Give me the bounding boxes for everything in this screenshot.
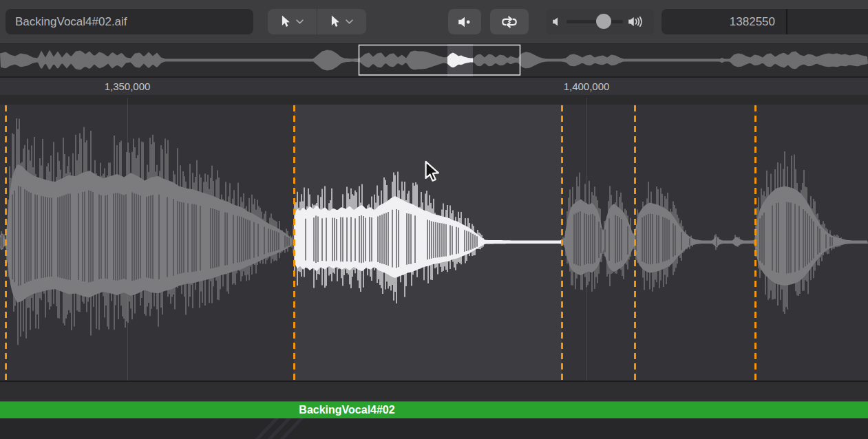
primary-tool-menu[interactable] [268,9,317,34]
sample-position-field[interactable]: 1382550 [661,9,868,34]
cycle-button[interactable] [490,9,529,34]
chevron-down-icon [346,19,353,24]
region-name-bar[interactable]: BackingVocal4#02 [0,401,868,419]
region-name-label: BackingVocal4#02 [299,402,394,418]
ruler-label: 1,350,000 [105,78,151,95]
volume-min-icon [552,17,561,27]
diagonal-hatch [0,418,868,439]
filename-text: BackingVocal4#02.aif [6,9,253,34]
tool-selector-group [268,9,366,34]
waveform-overview[interactable] [0,44,868,76]
filename-field[interactable]: BackingVocal4#02.aif [6,9,253,34]
chevron-down-icon [296,19,304,24]
speaker-icon [457,16,472,28]
volume-slider-track[interactable] [567,20,623,23]
waveform-display[interactable] [0,95,868,381]
prelisten-button[interactable] [448,9,481,34]
sample-ruler[interactable]: 1,350,000 1,400,000 [0,78,868,95]
volume-control [546,9,654,34]
secondary-tool-menu[interactable] [317,9,366,34]
volume-slider-knob[interactable] [596,14,611,29]
sample-position-value: 1382550 [661,9,775,34]
pointer-tool-icon [330,14,341,29]
overview-waveform [0,50,868,71]
field-divider [786,9,787,34]
pointer-tool-icon [281,14,291,29]
volume-max-icon [628,16,647,28]
loop-icon [500,14,518,30]
toolbar: BackingVocal4#02.aif [0,0,868,44]
audio-file-editor: BackingVocal4#02.aif [0,0,868,439]
ruler-label: 1,400,000 [564,78,610,95]
lower-band [0,382,868,401]
bottom-area [0,418,868,439]
